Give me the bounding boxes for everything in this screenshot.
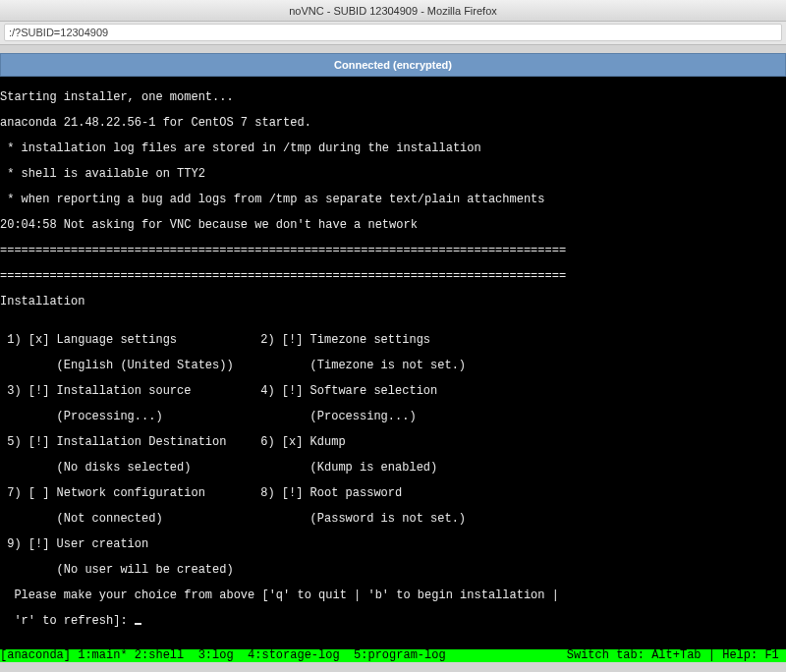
vnc-status-bar: Connected (encrypted) [0,53,786,77]
menu-item-timezone: 2) [!] Timezone settings [253,334,430,347]
vnc-viewport: Connected (encrypted) Starting installer… [0,53,786,662]
menu-sub: (Processing...) [0,411,253,423]
menu-item-root-password: 8) [!] Root password [253,487,402,500]
window-titlebar: noVNC - SUBID 12304909 - Mozilla Firefox [0,0,786,22]
url-bar-container [0,22,786,45]
terminal-line: * installation log files are stored in /… [0,142,786,155]
prompt-line[interactable]: 'r' to refresh]: [0,615,786,628]
menu-item-kdump: 6) [x] Kdump [253,436,346,449]
terminal-line: Starting installer, one moment... [0,91,786,104]
terminal-line: ========================================… [0,245,786,257]
menu-sub: (Not connected) [0,513,253,526]
window-title: noVNC - SUBID 12304909 - Mozilla Firefox [289,5,497,17]
menu-sub: (Timezone is not set.) [253,360,466,372]
menu-row[interactable]: 3) [!] Installation source 4) [!] Softwa… [0,385,786,398]
menu-row[interactable]: 9) [!] User creation [0,538,786,551]
vnc-status-text: Connected (encrypted) [334,59,452,71]
terminal-line: 20:04:58 Not asking for VNC because we d… [0,219,786,232]
menu-row: (English (United States)) (Timezone is n… [0,360,786,372]
menu-row: (Not connected) (Password is not set.) [0,513,786,526]
cursor-icon [135,623,141,625]
terminal-line: * when reporting a bug add logs from /tm… [0,194,786,206]
menu-row[interactable]: 7) [ ] Network configuration 8) [!] Root… [0,487,786,500]
menu-item-destination: 5) [!] Installation Destination [0,436,253,449]
menu-sub: (No disks selected) [0,462,253,475]
menu-row: (Processing...) (Processing...) [0,411,786,423]
menu-item-software: 4) [!] Software selection [253,385,437,398]
status-left: [anaconda] 1:main* 2:shell 3:log 4:stora… [0,649,446,662]
terminal-status-bar: [anaconda] 1:main* 2:shell 3:log 4:stora… [0,649,786,662]
menu-item-language: 1) [x] Language settings [0,334,253,347]
menu-item-network: 7) [ ] Network configuration [0,487,253,500]
terminal-line: Installation [0,296,786,308]
prompt-text: 'r' to refresh]: [0,614,135,628]
terminal-line: * shell is available on TTY2 [0,168,786,181]
menu-sub: (Kdump is enabled) [253,462,437,475]
menu-row: (No disks selected) (Kdump is enabled) [0,462,786,475]
menu-row[interactable]: 1) [x] Language settings 2) [!] Timezone… [0,334,786,347]
menu-row: (No user will be created) [0,564,786,577]
menu-item-user: 9) [!] User creation [0,538,253,551]
menu-sub: (English (United States)) [0,360,253,372]
status-right: Switch tab: Alt+Tab | Help: F1 [567,649,786,662]
menu-row[interactable]: 5) [!] Installation Destination 6) [x] K… [0,436,786,449]
menu-sub: (Password is not set.) [253,513,466,526]
prompt-line: Please make your choice from above ['q' … [0,589,786,602]
terminal-line: ========================================… [0,270,786,283]
menu-sub: (No user will be created) [0,564,253,577]
terminal-line: anaconda 21.48.22.56-1 for CentOS 7 star… [0,117,786,130]
menu-item-source: 3) [!] Installation source [0,385,253,398]
url-input[interactable] [4,24,782,41]
terminal[interactable]: Starting installer, one moment... anacon… [0,77,786,662]
menu-sub: (Processing...) [253,411,417,423]
